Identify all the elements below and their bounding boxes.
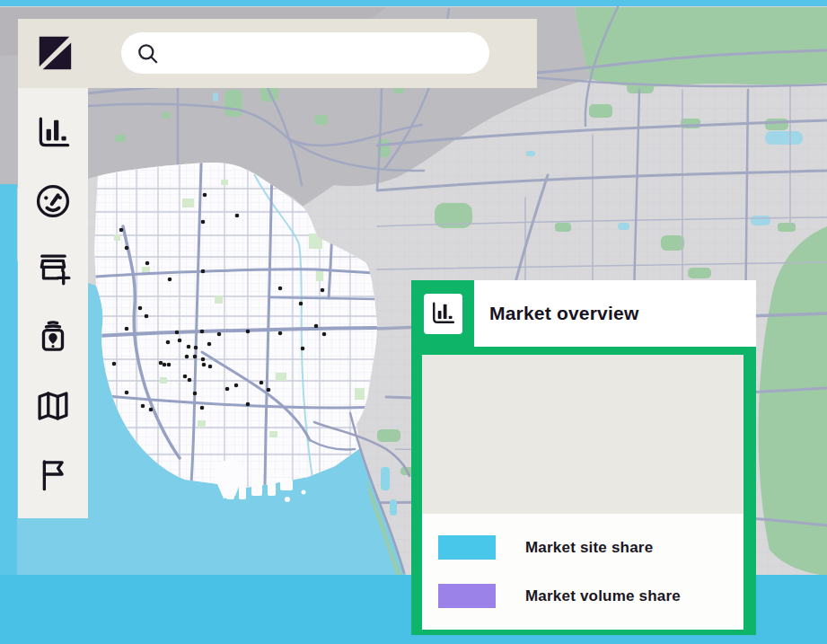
search-bar[interactable] [121,32,489,74]
sidebar [18,88,88,518]
sidebar-item-analytics[interactable] [33,113,73,153]
legend-swatch-market-site-share [438,535,496,560]
panel-title: Market overview [489,303,638,324]
flag-icon [34,455,72,493]
sidebar-item-insights[interactable] [33,318,73,357]
legend-item: Market volume share [438,584,743,608]
pin-insight-icon [34,319,72,357]
app-screen: Market overview Market site share Market… [0,0,827,644]
top-bar [18,19,537,88]
legend-label: Market volume share [525,587,681,605]
legend-item: Market site share [438,535,743,560]
legend-label: Market site share [525,539,653,557]
top-water-strip [0,0,827,6]
panel-icon-tab[interactable] [411,280,474,347]
panel-body: Market site share Market volume share [411,347,756,635]
panel-header: Market overview [411,280,756,347]
bar-chart-icon [429,300,456,327]
kalibrate-logo-icon[interactable] [34,32,75,74]
panel-title-strip: Market overview [474,280,756,347]
left-water-strip [0,184,17,575]
bar-chart-icon [34,114,72,152]
search-input[interactable] [169,45,480,61]
chart-placeholder [422,355,743,514]
search-icon [136,41,160,66]
market-overview-panel: Market overview Market site share Market… [411,280,756,635]
gauge-icon [34,182,72,220]
panel-icon-box [424,294,462,334]
sidebar-item-map[interactable] [33,386,73,426]
sidebar-item-flag[interactable] [33,454,73,494]
legend-swatch-market-volume-share [438,584,496,608]
sidebar-item-add-site[interactable] [33,250,73,289]
folded-map-icon [34,387,72,425]
store-add-icon [34,251,72,288]
legend: Market site share Market volume share [422,514,743,630]
sidebar-item-performance[interactable] [33,181,73,221]
